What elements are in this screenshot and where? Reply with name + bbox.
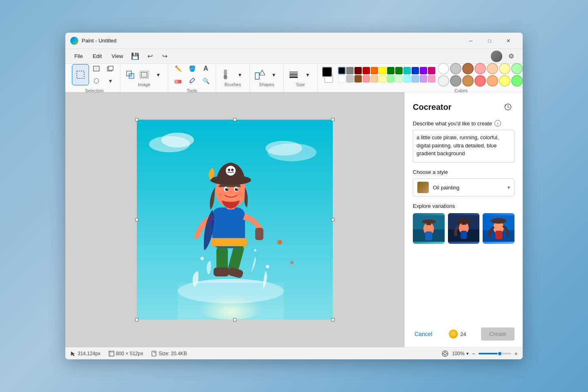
handle-tl[interactable] (135, 118, 138, 121)
selection-tool[interactable] (72, 64, 89, 85)
eraser-btn[interactable] (172, 75, 185, 87)
shapes-section: ▾ Shapes (250, 64, 284, 92)
color-circle-r2-6[interactable] (511, 75, 523, 87)
color-circle-r2-1[interactable] (450, 75, 461, 87)
color-circle-r2-0[interactable] (438, 75, 449, 87)
color-circle-r1-5[interactable] (499, 63, 510, 74)
shapes-dropdown-btn[interactable]: ▾ (267, 69, 280, 80)
settings-button[interactable]: ⚙ (505, 51, 518, 62)
tools-section: ✏️ 🪣 A 🔍 Tools (168, 64, 216, 92)
zoom-slider[interactable] (479, 353, 511, 354)
history-button[interactable] (501, 100, 514, 114)
color-swatch-r2-2[interactable] (354, 75, 362, 82)
image-dropdown-btn[interactable]: ▾ (151, 69, 165, 80)
color-swatch-r2-4[interactable] (371, 75, 378, 82)
select-all-btn[interactable] (138, 69, 151, 80)
fill-btn[interactable]: 🪣 (185, 63, 198, 74)
handle-tr[interactable] (331, 118, 334, 121)
handle-tm[interactable] (233, 118, 236, 121)
color-swatch-r2-0[interactable] (338, 75, 345, 82)
color-swatch-r2-6[interactable] (387, 75, 394, 82)
maximize-button[interactable]: □ (480, 34, 499, 47)
color-circle-r1-4[interactable] (487, 63, 498, 74)
foreground-color[interactable] (322, 67, 332, 77)
save-button[interactable]: 💾 (129, 51, 142, 62)
color-swatch-r1-10[interactable] (420, 67, 427, 74)
color-swatch-r1-5[interactable] (379, 67, 386, 74)
prompt-textarea[interactable] (413, 130, 514, 163)
credits-badge: 🪙 24 (449, 330, 466, 339)
color-swatch-r1-8[interactable] (403, 67, 411, 74)
color-swatch-r1-9[interactable] (412, 67, 419, 74)
select-copy-btn[interactable] (104, 63, 117, 74)
color-circle-r1-2[interactable] (462, 63, 474, 74)
menu-file[interactable]: File (70, 51, 87, 61)
info-icon[interactable]: i (494, 120, 501, 127)
color-circle-r1-3[interactable] (474, 63, 486, 74)
color-circle-r1-6[interactable] (511, 63, 523, 74)
color-swatch-r1-3[interactable] (363, 67, 370, 74)
svg-point-79 (444, 352, 446, 355)
color-circle-r2-3[interactable] (474, 75, 486, 87)
variation-2[interactable] (448, 213, 480, 244)
color-swatch-r1-6[interactable] (387, 67, 394, 74)
color-circle-r1-1[interactable] (450, 63, 461, 74)
color-circle-r2-5[interactable] (499, 75, 510, 87)
color-swatch-r2-10[interactable] (420, 75, 427, 82)
text-btn[interactable]: A (199, 63, 212, 74)
pencil-btn[interactable]: ✏️ (172, 63, 185, 74)
eyedropper-btn[interactable] (185, 75, 198, 87)
color-swatch-r2-3[interactable] (363, 75, 370, 82)
brush-dropdown-btn[interactable]: ▾ (233, 69, 246, 80)
brush-btn[interactable] (219, 69, 232, 80)
color-swatch-r1-1[interactable] (346, 67, 354, 74)
style-thumbnail (417, 182, 429, 193)
image-section: ▾ Image (120, 64, 168, 92)
color-swatch-r2-1[interactable] (346, 75, 354, 82)
redo-button[interactable]: ↪ (158, 51, 171, 62)
color-swatch-r2-7[interactable] (395, 75, 403, 82)
color-swatch-r1-7[interactable] (395, 67, 403, 74)
resize-btn[interactable] (124, 69, 137, 80)
color-swatch-r2-11[interactable] (428, 75, 435, 82)
variation-1[interactable] (413, 213, 445, 244)
color-swatch-r1-0[interactable] (338, 67, 345, 74)
svg-rect-62 (425, 232, 432, 241)
create-button[interactable]: Create (481, 327, 514, 341)
magnify-btn[interactable]: 🔍 (199, 75, 212, 87)
shapes-btn[interactable] (253, 69, 266, 80)
handle-bl[interactable] (135, 318, 138, 321)
color-swatch-r2-9[interactable] (412, 75, 419, 82)
color-circle-r2-4[interactable] (487, 75, 498, 87)
handle-bm[interactable] (233, 318, 236, 321)
cancel-button[interactable]: Cancel (413, 327, 434, 341)
color-circle-r2-2[interactable] (462, 75, 474, 87)
zoom-out-button[interactable]: − (472, 350, 475, 357)
handle-br[interactable] (331, 318, 334, 321)
color-swatch-r1-11[interactable] (428, 67, 435, 74)
undo-button[interactable]: ↩ (143, 51, 156, 62)
variation-3[interactable] (483, 213, 514, 244)
style-dropdown[interactable]: Oil painting ▾ (413, 178, 514, 196)
select-rect-btn[interactable] (90, 63, 103, 74)
handle-ml[interactable] (135, 218, 138, 221)
color-swatch-r1-4[interactable] (371, 67, 378, 74)
user-avatar[interactable] (491, 51, 502, 62)
color-swatch-r2-8[interactable] (403, 75, 411, 82)
select-dropdown-btn[interactable]: ▾ (104, 75, 117, 87)
canvas-container[interactable] (65, 92, 404, 347)
handle-mr[interactable] (331, 218, 334, 221)
zoom-in-button[interactable]: + (514, 350, 518, 357)
select-freeform-btn[interactable] (90, 75, 103, 87)
minimize-button[interactable]: ─ (461, 34, 480, 47)
color-swatch-r1-2[interactable] (354, 67, 362, 74)
menu-edit[interactable]: Edit (89, 51, 106, 61)
color-swatch-r2-5[interactable] (379, 75, 386, 82)
color-circle-r1-0[interactable] (438, 63, 449, 74)
menu-view[interactable]: View (107, 51, 127, 61)
close-button[interactable]: ✕ (499, 34, 518, 47)
size-dropdown-btn[interactable]: ▾ (301, 69, 314, 80)
size-btn[interactable] (287, 69, 300, 80)
zoom-display[interactable]: 100% ▾ (452, 351, 469, 356)
style-section-label: Choose a style (413, 169, 514, 175)
